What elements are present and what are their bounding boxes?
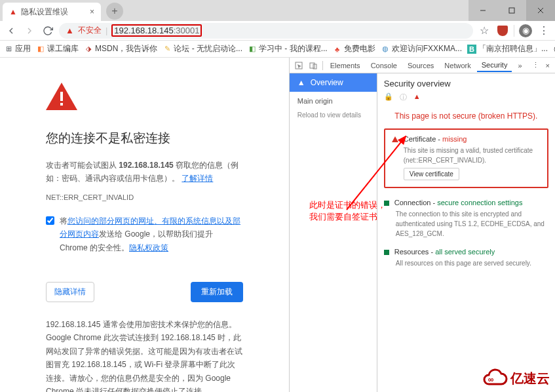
safebrowsing-checkbox[interactable] — [46, 216, 54, 225]
back-button[interactable] — [4, 24, 18, 38]
annotation-text: 此时是证书的错误， 我们需要自签证书 — [309, 199, 386, 223]
bookmarks-bar: ⊞应用 ◧课工编库 ⬗MSDN，我告诉你 ✎论坛 - 无忧启动论... ◧学习中… — [0, 41, 555, 58]
resources-desc: All resources on this page are served se… — [396, 258, 548, 268]
privacy-policy-link[interactable]: 隐私权政策 — [129, 243, 168, 252]
bookmark-item[interactable]: ◧课工编库 — [36, 43, 79, 54]
svg-rect-1 — [509, 8, 514, 13]
window-titlebar: ▲ 隐私设置维误 × + — [0, 0, 555, 21]
security-status-text: This page is not secure (broken HTTPS). — [384, 111, 548, 121]
browser-toolbar: ▲ 不安全 | 192.168.18.145:30001 ☆ ◉ ⋮ — [0, 21, 555, 41]
status-dot-green — [384, 250, 389, 255]
view-certificate-button[interactable]: View certificate — [404, 168, 459, 180]
apps-icon: ⊞ — [4, 45, 13, 54]
error-code: NET::ERR_CERT_INVALID — [46, 193, 243, 201]
reload-button[interactable]: 重新加载 — [191, 282, 243, 302]
bookmark-icon: ⬗ — [84, 45, 93, 54]
maximize-button[interactable] — [497, 0, 526, 21]
bookmark-icon: ◧ — [248, 45, 257, 54]
learn-more-link[interactable]: 了解详情 — [182, 174, 213, 183]
star-icon[interactable]: ☆ — [477, 24, 491, 38]
certificate-desc: This site is missing a valid, trusted ce… — [404, 146, 541, 165]
danger-triangle-icon — [46, 83, 77, 110]
bookmark-icon: ♣ — [333, 45, 342, 54]
bookmark-item[interactable]: ◍欢迎访问FXXKMA... — [381, 43, 462, 54]
bookmark-item[interactable]: ⬗MSDN，我告诉你 — [84, 43, 157, 54]
window-controls — [469, 0, 555, 21]
watermark: ∞ 亿速云 — [479, 368, 550, 388]
bookmark-item[interactable]: B「南京招聘信息」... — [467, 43, 548, 54]
info-icon: ⓘ — [400, 92, 407, 102]
devtools-panel: Elements Console Sources Network Securit… — [289, 58, 555, 392]
inspect-icon[interactable] — [292, 62, 305, 69]
tab-strip: ▲ 隐私设置维误 × + — [0, 0, 469, 21]
safebrowsing-optin: 将您访问的部分网页的网址、有限的系统信息以及部分网页内容发送给 Google，以… — [46, 214, 243, 254]
svg-text:∞: ∞ — [488, 375, 494, 384]
address-highlight: 192.168.18.145:30001 — [111, 24, 202, 37]
error-detail-1: 192.168.18.145 通常会使用加密技术来保护您的信息。Google C… — [46, 318, 243, 392]
bookmark-icon: B — [467, 45, 476, 54]
bookmark-icon: ◍ — [381, 45, 390, 54]
devtools-menu[interactable]: ⋮ — [529, 61, 542, 69]
insecure-label: 不安全 — [78, 25, 102, 36]
resources-block: Resources - all served securely All reso… — [384, 248, 548, 268]
svg-rect-5 — [60, 92, 63, 101]
connection-heading: Connection - secure connection settings — [394, 199, 523, 206]
bookmark-item[interactable]: ◧学习中 - 我的课程... — [248, 43, 328, 54]
tab-title: 隐私设置维误 — [21, 7, 68, 18]
close-button[interactable] — [526, 0, 555, 21]
shield-icon[interactable] — [495, 24, 510, 38]
tabs-overflow[interactable]: » — [513, 60, 526, 71]
tab-elements[interactable]: Elements — [326, 60, 365, 71]
danger-icon: ▲ — [66, 26, 74, 35]
privacy-error-page: 您的连接不是私密连接 攻击者可能会试图从 192.168.18.145 窃取您的… — [0, 58, 289, 392]
error-title: 您的连接不是私密连接 — [46, 130, 243, 147]
security-main: Security overview 🔒 ⓘ ▲ This page is not… — [377, 73, 555, 392]
reload-hint: Reload to view details — [290, 110, 377, 120]
tab-console[interactable]: Console — [366, 60, 402, 71]
error-description: 攻击者可能会试图从 192.168.18.145 窃取您的信息（例如：密码、通讯… — [46, 159, 243, 186]
address-bar[interactable]: ▲ 不安全 | 192.168.18.145:30001 — [59, 23, 473, 39]
browser-tab[interactable]: ▲ 隐私设置维误 × — [3, 3, 101, 21]
overview-item[interactable]: ▲ Overview — [290, 73, 377, 92]
warning-icon: ▲ — [413, 92, 421, 102]
device-icon[interactable] — [307, 62, 320, 69]
devtools-tabs: Elements Console Sources Network Securit… — [290, 58, 555, 73]
address-ip: 192.168.18.145 — [114, 26, 173, 35]
warning-icon: ▲ — [9, 7, 17, 16]
bookmark-item[interactable]: ♣免费电影 — [333, 43, 375, 54]
security-status-icons: 🔒 ⓘ ▲ — [384, 92, 548, 102]
bookmark-icon: ◧ — [36, 45, 45, 54]
tab-network[interactable]: Network — [440, 60, 475, 71]
hide-details-button[interactable]: 隐藏详情 — [46, 282, 94, 302]
warning-triangle-icon — [392, 136, 398, 142]
certificate-heading: Certificate - missing — [404, 135, 467, 143]
svg-rect-6 — [60, 103, 63, 106]
tab-sources[interactable]: Sources — [403, 60, 438, 71]
apps-button[interactable]: ⊞应用 — [4, 43, 31, 54]
minimize-button[interactable] — [469, 0, 497, 21]
connection-block: Connection - secure connection settings … — [384, 199, 548, 239]
warning-icon: ▲ — [297, 78, 305, 87]
menu-button[interactable]: ⋮ — [537, 24, 551, 38]
watermark-text: 亿速云 — [510, 370, 550, 387]
svg-rect-8 — [310, 63, 315, 68]
security-sidebar: ▲ Overview Main origin Reload to view de… — [290, 73, 377, 392]
connection-desc: The connection to this site is encrypted… — [396, 209, 548, 239]
bookmark-item[interactable]: ✎论坛 - 无忧启动论... — [163, 43, 242, 54]
new-tab-button[interactable]: + — [106, 3, 123, 20]
profile-avatar[interactable]: ◉ — [518, 24, 533, 38]
address-port: :30001 — [174, 26, 200, 35]
certificate-card: Certificate - missing This site is missi… — [384, 128, 548, 188]
tab-close-icon[interactable]: × — [90, 7, 94, 16]
resources-heading: Resources - all served securely — [394, 248, 495, 256]
forward-button[interactable] — [22, 24, 37, 38]
bookmark-icon: ✎ — [163, 45, 172, 54]
lock-icon: 🔒 — [384, 92, 393, 102]
main-origin-label: Main origin — [290, 92, 377, 110]
reload-button[interactable] — [41, 24, 55, 38]
tab-security[interactable]: Security — [477, 59, 512, 72]
security-overview-title: Security overview — [384, 79, 548, 88]
devtools-close[interactable]: × — [543, 62, 552, 69]
cloud-icon: ∞ — [479, 368, 508, 388]
